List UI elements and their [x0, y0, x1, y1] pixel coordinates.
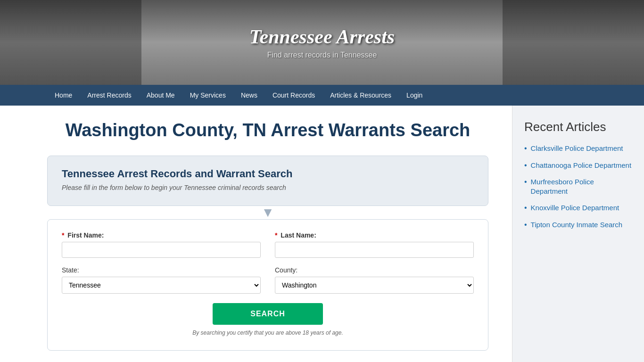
search-button-row: SEARCH: [62, 303, 474, 325]
name-row: * First Name: * Last Name:: [62, 231, 474, 258]
bullet-icon: •: [524, 221, 527, 229]
nav-item-about-me[interactable]: About Me: [139, 85, 182, 106]
list-item: •Knoxville Police Department: [524, 203, 632, 213]
first-name-group: * First Name:: [62, 231, 261, 258]
sidebar-article-link[interactable]: Murfreesboro Police Department: [531, 177, 632, 196]
page-title: Washington County, TN Arrest Warrants Se…: [47, 120, 488, 141]
last-name-label: * Last Name:: [275, 231, 474, 239]
search-box-title: Tennessee Arrest Records and Warrant Sea…: [62, 168, 474, 180]
site-header: Tennessee Arrests Find arrest records in…: [0, 0, 644, 85]
list-item: •Chattanooga Police Department: [524, 161, 632, 170]
main-content: Washington County, TN Arrest Warrants Se…: [0, 106, 512, 362]
nav-item-login[interactable]: Login: [399, 85, 430, 106]
main-wrapper: Washington County, TN Arrest Warrants Se…: [0, 106, 644, 362]
last-name-required-star: *: [275, 231, 277, 239]
search-form-area: * First Name: * Last Name: State: Tenn: [47, 219, 488, 351]
state-label: State:: [62, 266, 261, 274]
search-arrow-icon: ▼: [47, 206, 488, 219]
sidebar-title: Recent Articles: [524, 120, 632, 134]
bullet-icon: •: [524, 161, 527, 170]
list-item: •Clarksville Police Department: [524, 144, 632, 153]
nav-item-news[interactable]: News: [233, 85, 265, 106]
nav-item-articles-resources[interactable]: Articles & Resources: [322, 85, 399, 106]
nav-item-home[interactable]: Home: [47, 85, 80, 106]
last-name-group: * Last Name:: [275, 231, 474, 258]
sidebar-article-link[interactable]: Knoxville Police Department: [531, 203, 619, 213]
search-button[interactable]: SEARCH: [213, 303, 323, 325]
recent-articles-list: •Clarksville Police Department•Chattanoo…: [524, 144, 632, 229]
county-label: County:: [275, 266, 474, 274]
sidebar: Recent Articles •Clarksville Police Depa…: [512, 106, 644, 362]
list-item: •Murfreesboro Police Department: [524, 177, 632, 196]
sidebar-article-link[interactable]: Clarksville Police Department: [531, 144, 623, 153]
main-navigation: HomeArrest RecordsAbout MeMy ServicesNew…: [0, 85, 644, 106]
bullet-icon: •: [524, 178, 527, 186]
header-bars-right: [503, 0, 644, 85]
first-name-required-star: *: [62, 231, 64, 239]
site-title: Tennessee Arrests: [249, 25, 395, 48]
search-info-box: Tennessee Arrest Records and Warrant Sea…: [47, 156, 488, 206]
list-item: •Tipton County Inmate Search: [524, 220, 632, 230]
sidebar-article-link[interactable]: Chattanooga Police Department: [531, 161, 631, 170]
location-row: State: TennesseeAlabamaGeorgiaKentuckyNo…: [62, 266, 474, 294]
sidebar-article-link[interactable]: Tipton County Inmate Search: [531, 220, 623, 230]
state-select[interactable]: TennesseeAlabamaGeorgiaKentuckyNorth Car…: [62, 277, 261, 294]
header-bars-left: [0, 0, 141, 85]
nav-item-my-services[interactable]: My Services: [182, 85, 233, 106]
first-name-label: * First Name:: [62, 231, 261, 239]
header-content: Tennessee Arrests Find arrest records in…: [249, 25, 395, 59]
county-group: County: WashingtonDavidsonKnoxHamiltonSh…: [275, 266, 474, 294]
search-box-subtitle: Please fill in the form below to begin y…: [62, 184, 474, 191]
last-name-input[interactable]: [275, 242, 474, 258]
bullet-icon: •: [524, 144, 527, 153]
form-disclaimer: By searching you certify that you are ab…: [62, 329, 474, 336]
bullet-icon: •: [524, 204, 527, 212]
nav-item-court-records[interactable]: Court Records: [265, 85, 322, 106]
nav-item-arrest-records[interactable]: Arrest Records: [80, 85, 139, 106]
state-group: State: TennesseeAlabamaGeorgiaKentuckyNo…: [62, 266, 261, 294]
site-subtitle: Find arrest records in Tennessee: [249, 51, 395, 59]
first-name-input[interactable]: [62, 242, 261, 258]
county-select[interactable]: WashingtonDavidsonKnoxHamiltonShelbySull…: [275, 277, 474, 294]
